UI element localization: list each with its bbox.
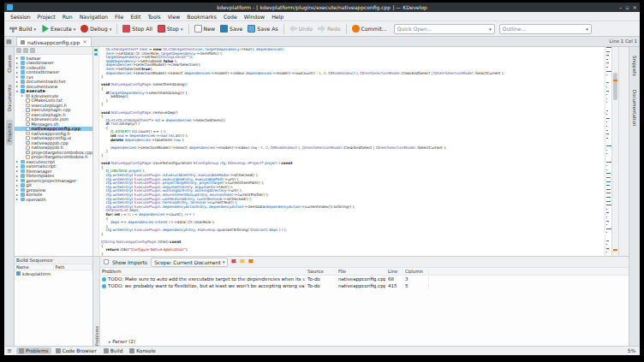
minimap-line: [606, 134, 609, 134]
dock-tab-projects[interactable]: Projects: [6, 120, 13, 145]
menu-tools[interactable]: Tools: [144, 14, 164, 20]
editor-gutter[interactable]: [93, 47, 99, 256]
problem-row[interactable]: TODO: we probably want to flexibilize, b…: [100, 282, 629, 289]
save-icon: [220, 25, 228, 33]
problems-column-source[interactable]: Source: [306, 269, 337, 274]
statusbar-problems-button[interactable]: Problems: [16, 347, 51, 354]
dock-tab-documentation[interactable]: Documentation: [631, 86, 638, 129]
build-button[interactable]: Build▾: [7, 23, 39, 34]
execute-button[interactable]: Execute▾: [39, 23, 78, 34]
toolview-icon: [56, 348, 61, 353]
file-h-icon: [26, 113, 30, 117]
scope-dropdown[interactable]: Scope: Current Document ▾: [151, 258, 228, 267]
warning-flag-icon[interactable]: [240, 259, 245, 265]
run-icon: [41, 25, 49, 33]
close-icon[interactable]: ×: [633, 4, 637, 11]
minimap-line: [606, 217, 607, 217]
outline-input[interactable]: Outline... ▾: [499, 24, 592, 34]
dock-tab-snippets[interactable]: Snippets: [631, 52, 638, 80]
todo-mark-icon: [613, 80, 617, 81]
toolbar-separator: [116, 24, 117, 34]
stop-button[interactable]: Stop▾: [155, 23, 186, 34]
hint-flag-icon[interactable]: [248, 259, 253, 265]
problems-column-column[interactable]: Column: [403, 269, 429, 274]
hamburger-icon[interactable]: ≡: [7, 347, 12, 354]
stop-all-button[interactable]: Stop All: [120, 23, 155, 34]
minimap-line: [606, 193, 611, 193]
problems-column-file[interactable]: File: [337, 269, 386, 274]
chevron-down-icon: ▾: [586, 27, 588, 32]
left-dock: ClassesDocumentsProjects: [4, 47, 15, 346]
show-imports-checkbox[interactable]: [104, 259, 109, 264]
redo-button[interactable]: Redo: [315, 23, 343, 34]
tab-nativeappconfig-cpp[interactable]: nativeappconfig.cpp ×: [16, 37, 92, 46]
menu-help[interactable]: Help: [268, 14, 287, 20]
problems-handle-strip: Problems: [93, 257, 100, 346]
problem-line: 68: [386, 276, 403, 282]
code-area[interactable]: QListWidgetItem* item = new QListWidgetI…: [101, 48, 605, 256]
toolbar-separator: [283, 24, 284, 34]
file-cpp-icon: [26, 151, 30, 155]
menu-project[interactable]: Project: [34, 14, 59, 20]
tree-item-label: openwith: [27, 197, 46, 202]
dock-tab-classes[interactable]: Classes: [6, 51, 13, 76]
reload-icon[interactable]: [16, 48, 21, 53]
problem-column: 3: [403, 276, 429, 282]
editor[interactable]: QListWidgetItem* item = new QListWidgetI…: [93, 47, 605, 256]
tree-item-openwith[interactable]: ▸openwith: [15, 197, 92, 202]
document-list-icon[interactable]: ▤: [6, 39, 12, 45]
save-button[interactable]: Save: [218, 23, 245, 34]
save-as-button[interactable]: Save As: [245, 23, 281, 34]
titlebar[interactable]: kdevplatform - [ kdevplatform/plugins/ex…: [4, 3, 640, 12]
menu-navigation[interactable]: Navigation: [76, 14, 111, 20]
minimize-icon[interactable]: –: [619, 4, 622, 11]
statusbar-konsole-button[interactable]: Konsole: [127, 347, 158, 354]
parser-group-row[interactable]: ▸ Parser (2): [109, 338, 629, 345]
problems-handle[interactable]: Problems: [94, 286, 99, 346]
menu-view[interactable]: View: [164, 14, 184, 20]
minimap-line: [606, 118, 610, 119]
minimap-line: [606, 59, 608, 60]
minimap-line: [606, 244, 607, 245]
file-icon: [26, 117, 30, 122]
menu-bookmarks[interactable]: Bookmarks: [183, 14, 220, 20]
dock-tab-documents[interactable]: Documents: [6, 81, 13, 115]
menu-code[interactable]: Code: [220, 14, 241, 20]
menu-session[interactable]: Session: [7, 14, 34, 20]
new-button[interactable]: New: [192, 23, 218, 34]
statusbar-build-button[interactable]: Build: [101, 347, 126, 354]
maximize-icon[interactable]: ▫: [625, 4, 629, 11]
minimap-line: [606, 165, 607, 166]
commit-button[interactable]: Commit...: [349, 23, 390, 34]
filter-icon[interactable]: [30, 48, 35, 53]
column-name[interactable]: Name: [15, 264, 54, 270]
collapse-all-icon[interactable]: [23, 48, 28, 53]
column-path[interactable]: Path: [54, 264, 93, 270]
menu-window[interactable]: Window: [241, 14, 268, 20]
problem-column: 5: [403, 283, 429, 288]
quick-open-input[interactable]: Quick Open... ▾: [394, 24, 495, 34]
dropdown-arrow-icon: ▾: [181, 27, 183, 32]
close-icon[interactable]: ×: [82, 39, 86, 45]
error-flag-icon[interactable]: [231, 259, 236, 265]
statusbar-code-browser-button[interactable]: Code Browser: [53, 347, 99, 354]
minimap[interactable]: [605, 47, 611, 256]
problems-column-line[interactable]: Line: [386, 269, 403, 274]
build-sequence-row[interactable]: kdevplatform: [15, 270, 92, 276]
parser-group-label: Parser (2): [112, 339, 135, 344]
tab-label: nativeappconfig.cpp: [27, 39, 80, 45]
menu-run[interactable]: Run: [59, 14, 76, 20]
save-as-icon: [247, 25, 255, 33]
editor-scrollbar[interactable]: [611, 47, 618, 256]
scrollbar-thumb[interactable]: [613, 73, 617, 100]
cursor-position: Line 1 Col 1: [610, 39, 637, 44]
problem-row[interactable]: TODO: Make sure to auto add the executab…: [100, 276, 629, 282]
undo-button[interactable]: Undo: [287, 23, 315, 34]
debug-button[interactable]: Debug▾: [78, 23, 114, 34]
toolview-icon: [129, 348, 134, 353]
minimap-line: [606, 122, 607, 122]
problems-column-problem[interactable]: Problem: [100, 269, 306, 274]
menu-edit[interactable]: Edit: [127, 14, 144, 20]
menu-file[interactable]: File: [111, 14, 127, 20]
statusbar: ≡ ProblemsCode BrowserBuildKonsole 5%: [4, 346, 640, 355]
